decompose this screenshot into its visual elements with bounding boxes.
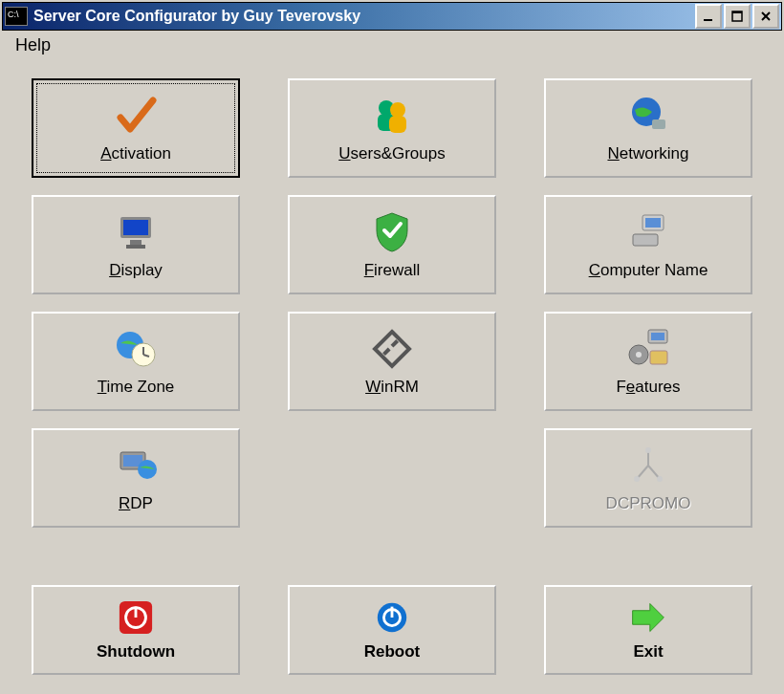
svg-rect-14 [126,245,145,249]
content-area: Activation Users&Groups [2,59,782,675]
svg-point-7 [390,102,405,118]
application-window: Server Core Configurator by Guy Teverovs… [0,0,784,694]
computer-name-label: Computer Name [589,261,708,280]
users-icon [369,93,415,139]
firewall-label: Firewall [364,261,421,280]
svg-rect-28 [650,351,667,364]
shield-icon [369,209,415,255]
console-icon [5,7,28,26]
window-title: Server Core Configurator by Guy Teverovs… [33,8,695,25]
users-groups-label: Users&Groups [338,144,445,163]
shutdown-button[interactable]: Shutdown [32,585,240,675]
svg-rect-10 [652,119,665,129]
time-zone-label: Time Zone [98,378,175,397]
rdp-label: RDP [119,494,153,513]
exit-button[interactable]: Exit [544,585,752,675]
display-label: Display [109,261,163,280]
features-label: Features [616,378,680,397]
svg-rect-13 [130,240,142,245]
globe-icon [625,93,671,139]
svg-rect-22 [391,339,399,347]
svg-rect-23 [382,348,390,356]
titlebar: Server Core Configurator by Guy Teverovs… [2,2,782,31]
reboot-icon [373,598,411,637]
svg-point-35 [645,447,651,453]
svg-rect-8 [389,116,406,133]
networking-button[interactable]: Networking [544,78,752,178]
exit-label: Exit [633,642,663,661]
window-controls [695,4,779,29]
computer-icon [625,209,671,255]
activation-label: Activation [100,144,171,163]
svg-rect-25 [651,333,664,340]
winrm-label: WinRM [365,378,419,397]
dcpromo-button: DCPROMO [544,428,752,528]
features-button[interactable]: Features [544,312,752,411]
svg-point-37 [657,476,663,482]
exit-arrow-icon [629,598,667,637]
rdp-button[interactable]: RDP [32,428,240,528]
winrm-button[interactable]: WinRM [288,312,496,411]
features-icon [625,326,671,372]
svg-rect-17 [633,234,658,246]
maximize-button[interactable] [724,4,751,29]
svg-rect-12 [123,220,148,235]
shutdown-icon [117,598,155,637]
hierarchy-icon [625,443,671,488]
clock-globe-icon [113,326,159,372]
reboot-button[interactable]: Reboot [288,585,496,675]
svg-rect-0 [704,19,712,21]
shutdown-label: Shutdown [97,642,175,661]
config-grid: Activation Users&Groups [31,78,753,528]
activation-button[interactable]: Activation [32,78,240,178]
monitor-icon [113,209,159,255]
computer-name-button[interactable]: Computer Name [544,195,752,294]
networking-label: Networking [607,144,688,163]
svg-point-36 [634,476,640,482]
svg-point-27 [636,352,642,358]
svg-rect-2 [732,11,742,13]
time-zone-button[interactable]: Time Zone [32,312,240,411]
users-groups-button[interactable]: Users&Groups [288,78,496,178]
minimize-button[interactable] [695,4,722,29]
action-row: Shutdown Reboot Exit [31,585,753,675]
close-button[interactable] [752,4,779,29]
remote-desktop-icon [113,443,159,488]
reboot-label: Reboot [364,642,421,661]
svg-rect-16 [645,218,661,228]
menu-help[interactable]: Help [10,33,56,57]
diamond-icon [369,326,415,372]
dcpromo-label: DCPROMO [606,494,691,513]
display-button[interactable]: Display [32,195,240,294]
checkmark-icon [113,93,159,139]
firewall-button[interactable]: Firewall [288,195,496,294]
menubar: Help [2,31,782,59]
svg-point-31 [138,460,157,479]
